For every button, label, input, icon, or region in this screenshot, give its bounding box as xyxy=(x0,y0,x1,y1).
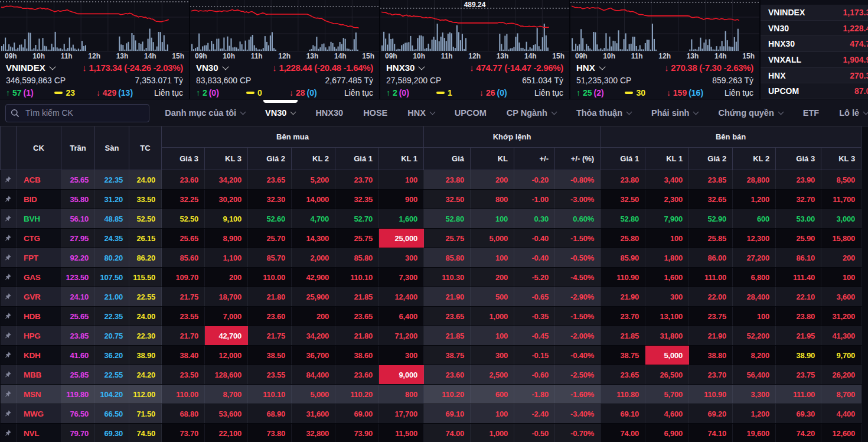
pin-cell[interactable] xyxy=(1,209,17,229)
symbol-cell[interactable]: FPT xyxy=(17,248,61,268)
table-row-ACB[interactable]: ACB25.6522.3524.0023.6034,20023.655,2002… xyxy=(1,170,862,190)
subcol[interactable]: Giá 1 xyxy=(335,148,379,170)
symbol-cell[interactable]: CTG xyxy=(17,229,61,248)
table-row-GVR[interactable]: GVR24.1021.0022.5521.7518,70021.8025,900… xyxy=(1,287,862,307)
sidebar-index-VNINDEX[interactable]: VNINDEX1,173.34 xyxy=(761,5,868,21)
index-mini-chart xyxy=(570,0,759,51)
tab-chứng-quyền[interactable]: Chứng quyền xyxy=(718,100,782,126)
symbol-cell[interactable]: ACB xyxy=(17,170,61,190)
tab-cp-ngành[interactable]: CP Ngành xyxy=(507,100,556,126)
subcol[interactable]: +/- xyxy=(514,148,555,170)
tab-hnx30[interactable]: HNX30 xyxy=(315,100,343,126)
subcol[interactable]: KL 3 xyxy=(821,148,862,170)
tab-hnx[interactable]: HNX xyxy=(407,100,435,126)
table-row-MSN[interactable]: MSN119.80104.20112.00110.008,700110.105,… xyxy=(1,385,862,404)
index-panel-VNINDEX[interactable]: 09h10h11h12h13h14h15h VNINDEX ↓ 1,173.34… xyxy=(0,0,190,99)
subcol[interactable]: KL 2 xyxy=(733,148,776,170)
pin-cell[interactable] xyxy=(1,268,17,287)
symbol-cell[interactable]: GAS xyxy=(17,268,61,287)
table-row-NVL[interactable]: NVL79.7069.3074.5073.7022,10073.8032,800… xyxy=(1,424,862,442)
symbol-cell[interactable]: HPG xyxy=(17,326,61,346)
col-ceiling[interactable]: Trần xyxy=(61,126,95,170)
col-ck[interactable]: CK xyxy=(17,126,61,170)
subcol[interactable]: KL 1 xyxy=(645,148,689,170)
symbol-cell[interactable]: BVH xyxy=(17,209,61,229)
subcol[interactable]: KL xyxy=(471,148,514,170)
table-row-BID[interactable]: BID35.8031.2033.5032.2530,20032.3014,000… xyxy=(1,190,862,209)
symbol-cell[interactable]: MWG xyxy=(17,404,61,424)
tab-danh-mục-của-tôi[interactable]: Danh mục của tôi xyxy=(165,100,245,126)
search-input[interactable] xyxy=(24,108,144,118)
index-name[interactable]: HNX30 xyxy=(386,63,424,73)
pin-cell[interactable] xyxy=(1,365,17,385)
chart-area: 489.24 xyxy=(380,0,569,51)
table-row-HPG[interactable]: HPG23.8520.7522.3021.7042,70021.7534,200… xyxy=(1,326,862,346)
symbol-cell[interactable]: HDB xyxy=(17,307,61,326)
pin-cell[interactable] xyxy=(1,346,17,365)
symbol-cell[interactable]: KDH xyxy=(17,346,61,365)
pin-cell[interactable] xyxy=(1,229,17,248)
pin-cell[interactable] xyxy=(1,170,17,190)
table-row-FPT[interactable]: FPT92.2080.2086.2085.601,10085.702,00085… xyxy=(1,248,862,268)
sidebar-index-HNX30[interactable]: HNX30474.77 xyxy=(761,36,868,52)
table-row-KDH[interactable]: KDH41.6036.2038.9038.4012,00038.5036,700… xyxy=(1,346,862,365)
pin-cell[interactable] xyxy=(1,248,17,268)
subcol[interactable]: +/- (%) xyxy=(555,148,601,170)
symbol-cell[interactable]: NVL xyxy=(17,424,61,442)
chevron-down-icon xyxy=(291,109,296,115)
symbol-cell[interactable]: GVR xyxy=(17,287,61,307)
index-name[interactable]: HNX xyxy=(576,63,605,73)
subcol[interactable]: Giá 3 xyxy=(776,148,821,170)
index-panel-VN30[interactable]: 09h10h11h12h13h14h15h VN30 ↓ 1,228.44 (-… xyxy=(190,0,380,99)
index-panel-HNX30[interactable]: 489.24 09h10h11h12h13h14h15h HNX30 ↓ 474… xyxy=(380,0,570,99)
table-row-MWG[interactable]: MWG76.5066.5071.5068.8053,60068.9031,600… xyxy=(1,404,862,424)
subcol[interactable]: Giá 3 xyxy=(162,148,205,170)
tab-lô-lẻ[interactable]: Lô lẻ xyxy=(839,100,868,126)
pin-cell[interactable] xyxy=(1,307,17,326)
table-row-CTG[interactable]: CTG27.9524.3526.1525.658,90025.7014,3002… xyxy=(1,229,862,248)
search-box[interactable] xyxy=(5,104,149,122)
session-status: Liên tục xyxy=(344,88,373,98)
subcol[interactable]: Giá 1 xyxy=(601,148,645,170)
pin-cell[interactable] xyxy=(1,404,17,424)
subcol[interactable]: KL 1 xyxy=(379,148,424,170)
sidebar-index-HNX[interactable]: HNX270.38 xyxy=(761,68,868,84)
subcol[interactable]: Giá xyxy=(424,148,471,170)
tab-etf[interactable]: ETF xyxy=(803,100,819,126)
tab-hose[interactable]: HOSE xyxy=(363,100,387,126)
subcol[interactable]: Giá 2 xyxy=(248,148,292,170)
col-reference[interactable]: TC xyxy=(129,126,162,170)
index-panel-HNX[interactable]: 09h10h11h12h13h14h15h HNX ↓ 270.38 (-7.3… xyxy=(570,0,761,99)
pin-cell[interactable] xyxy=(1,287,17,307)
stock-board-app: 09h10h11h12h13h14h15h VNINDEX ↓ 1,173.34… xyxy=(0,0,868,442)
table-row-BVH[interactable]: BVH56.1048.8552.5052.509,10052.604,70052… xyxy=(1,209,862,229)
subcol[interactable]: Giá 2 xyxy=(689,148,733,170)
tab-upcom[interactable]: UPCOM xyxy=(455,100,487,126)
table-row-MBB[interactable]: MBB25.8522.5524.2023.50128,60023.5584,40… xyxy=(1,365,862,385)
sidebar-index-VNXALL[interactable]: VNXALL1,904.92 xyxy=(761,52,868,68)
session-status: Liên tục xyxy=(725,88,753,98)
ref-dash-icon xyxy=(54,92,63,94)
subcol[interactable]: KL 2 xyxy=(292,148,335,170)
time-axis: 09h10h11h12h13h14h15h xyxy=(190,51,379,61)
symbol-cell[interactable]: BID xyxy=(17,190,61,209)
tab-thỏa-thuận[interactable]: Thỏa thuận xyxy=(576,100,631,126)
sidebar-index-VN30[interactable]: VN301,228.44 xyxy=(761,21,868,37)
symbol-cell[interactable]: MSN xyxy=(17,385,61,404)
navbar: Danh mục của tôiVN30HNX30HOSEHNXUPCOMCP … xyxy=(0,100,868,126)
pin-cell[interactable] xyxy=(1,326,17,346)
pin-cell[interactable] xyxy=(1,424,17,442)
pin-cell[interactable] xyxy=(1,385,17,404)
index-name[interactable]: VN30 xyxy=(196,63,228,73)
sidebar-index-UPCOM[interactable]: UPCOM87.00 xyxy=(761,83,868,99)
symbol-cell[interactable]: MBB xyxy=(17,365,61,385)
table-row-GAS[interactable]: GAS123.50107.50115.50109.70200110.0042,9… xyxy=(1,268,862,287)
index-name[interactable]: VNINDEX xyxy=(6,63,55,73)
tab-vn30[interactable]: VN30 xyxy=(265,100,295,126)
table-row-HDB[interactable]: HDB25.6522.3524.0023.557,00023.6020023.6… xyxy=(1,307,862,326)
tab-phái-sinh[interactable]: Phái sinh xyxy=(651,100,698,126)
pin-cell[interactable] xyxy=(1,190,17,209)
pin-icon xyxy=(5,410,11,417)
subcol[interactable]: KL 3 xyxy=(205,148,248,170)
col-floor[interactable]: Sàn xyxy=(95,126,129,170)
